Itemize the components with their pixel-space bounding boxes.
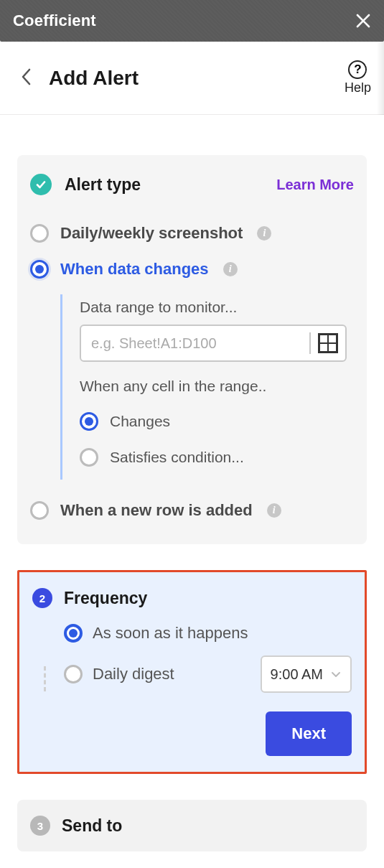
option-screenshot[interactable]: Daily/weekly screenshot i (30, 215, 354, 251)
freq-daily-digest[interactable]: Daily digest 9:00 AM (64, 655, 352, 693)
info-icon[interactable]: i (257, 226, 271, 241)
grid-icon (319, 335, 337, 352)
alert-type-card: Alert type Learn More Daily/weekly scree… (17, 155, 367, 544)
titlebar: Coefficient (0, 0, 384, 42)
data-changes-subsection: Data range to monitor... When any cell i… (60, 294, 354, 480)
page-title: Add Alert (49, 67, 139, 90)
chevron-down-icon (330, 668, 342, 680)
time-select[interactable]: 9:00 AM (261, 655, 352, 693)
learn-more-link[interactable]: Learn More (276, 177, 354, 193)
help-button[interactable]: ? Help (345, 60, 371, 95)
range-cond-label: When any cell in the range.. (80, 378, 347, 395)
back-button[interactable] (20, 67, 33, 89)
cond-changes[interactable]: Changes (80, 403, 347, 439)
option-data-changes-label: When data changes (60, 260, 209, 279)
page-header: Add Alert ? Help (0, 42, 384, 115)
radio-data-changes[interactable] (30, 260, 49, 279)
close-icon (355, 13, 371, 29)
frequency-card: 2 Frequency As soon as it happens Daily … (17, 570, 367, 774)
next-button[interactable]: Next (266, 711, 352, 756)
step-2-badge: 2 (32, 588, 52, 608)
radio-asap[interactable] (64, 624, 83, 643)
radio-cond-changes[interactable] (80, 412, 98, 431)
step-connector (44, 666, 46, 691)
frequency-title: Frequency (64, 589, 147, 608)
divider (309, 332, 311, 354)
option-screenshot-label: Daily/weekly screenshot (60, 224, 243, 243)
option-data-changes[interactable]: When data changes i (30, 251, 354, 287)
radio-new-row[interactable] (30, 501, 49, 520)
time-value: 9:00 AM (271, 666, 323, 683)
radio-screenshot[interactable] (30, 224, 49, 243)
option-new-row[interactable]: When a new row is added i (30, 493, 354, 528)
shadow (377, 42, 384, 125)
check-icon (35, 179, 47, 190)
step-complete-icon (30, 174, 52, 195)
freq-daily-digest-label: Daily digest (93, 665, 174, 683)
radio-daily-digest[interactable] (64, 665, 83, 683)
option-new-row-label: When a new row is added (60, 501, 253, 520)
grid-picker-button[interactable] (318, 333, 338, 353)
close-button[interactable] (355, 13, 371, 29)
info-icon[interactable]: i (267, 503, 281, 518)
range-input[interactable] (91, 335, 302, 352)
cond-satisfies[interactable]: Satisfies condition... (80, 439, 347, 475)
send-to-title: Send to (62, 816, 122, 836)
range-input-wrap (80, 325, 347, 362)
alert-type-title: Alert type (65, 175, 141, 195)
chevron-left-icon (20, 67, 33, 86)
app-title: Coefficient (13, 11, 96, 30)
send-to-card: 3 Send to (17, 800, 367, 851)
freq-asap[interactable]: As soon as it happens (64, 624, 352, 643)
range-label: Data range to monitor... (80, 299, 347, 316)
cond-satisfies-label: Satisfies condition... (110, 449, 244, 466)
cond-changes-label: Changes (110, 413, 170, 430)
freq-asap-label: As soon as it happens (93, 624, 248, 643)
info-icon[interactable]: i (223, 262, 238, 276)
help-icon: ? (348, 60, 367, 79)
radio-cond-satisfies[interactable] (80, 448, 98, 467)
content: Alert type Learn More Daily/weekly scree… (0, 115, 384, 866)
help-label: Help (345, 80, 371, 95)
step-3-badge: 3 (30, 816, 50, 836)
